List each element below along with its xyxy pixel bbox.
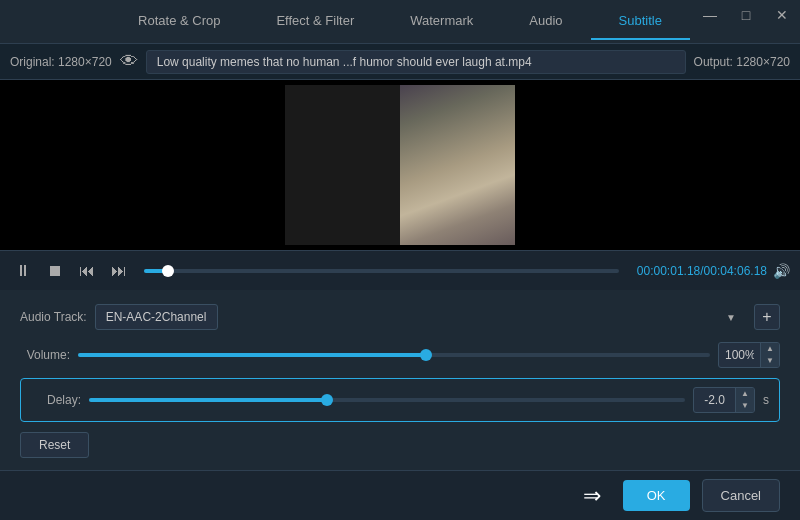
delay-up-button[interactable]: ▲ <box>736 388 754 400</box>
delay-fill <box>89 398 327 402</box>
stop-button[interactable]: ⏹ <box>42 258 68 284</box>
tab-rotate[interactable]: Rotate & Crop <box>110 3 248 40</box>
window-controls: — □ ✕ <box>692 0 800 30</box>
delay-spinner: ▲ ▼ <box>735 388 754 412</box>
time-display: 00:00:01.18/00:04:06.18 <box>637 264 767 278</box>
playback-controls: ⏸ ⏹ ⏮ ⏭ 00:00:01.18/00:04:06.18 🔊 <box>0 250 800 290</box>
volume-value-input[interactable] <box>719 345 760 365</box>
audio-track-select[interactable]: EN-AAC-2Channel <box>95 304 218 330</box>
delay-label: Delay: <box>31 393 81 407</box>
audio-track-select-wrapper: EN-AAC-2Channel <box>95 304 746 330</box>
cancel-button[interactable]: Cancel <box>702 479 780 512</box>
ok-button[interactable]: OK <box>623 480 690 511</box>
original-resolution: Original: 1280×720 <box>10 55 112 69</box>
delay-section: Delay: ▲ ▼ s <box>20 378 780 422</box>
delay-unit-label: s <box>763 393 769 407</box>
close-button[interactable]: ✕ <box>764 0 800 30</box>
video-left-panel <box>285 85 400 245</box>
tab-bar: Rotate & Crop Effect & Filter Watermark … <box>0 0 800 44</box>
volume-label: Volume: <box>20 348 70 362</box>
pause-button[interactable]: ⏸ <box>10 258 36 284</box>
tab-audio[interactable]: Audio <box>501 3 590 40</box>
volume-down-button[interactable]: ▼ <box>761 355 779 367</box>
delay-value-input[interactable] <box>694 390 735 410</box>
audio-track-label: Audio Track: <box>20 310 87 324</box>
video-content <box>400 85 515 245</box>
progress-track[interactable] <box>144 269 619 273</box>
delay-slider[interactable] <box>89 398 685 402</box>
prev-button[interactable]: ⏮ <box>74 258 100 284</box>
tab-subtitle[interactable]: Subtitle <box>591 3 690 40</box>
audio-track-row: Audio Track: EN-AAC-2Channel + <box>20 304 780 330</box>
add-track-button[interactable]: + <box>754 304 780 330</box>
volume-row: Volume: ▲ ▼ <box>20 342 780 368</box>
progress-thumb <box>162 265 174 277</box>
delay-down-button[interactable]: ▼ <box>736 400 754 412</box>
volume-thumb <box>420 349 432 361</box>
video-frame <box>285 85 515 245</box>
delay-thumb <box>321 394 333 406</box>
volume-spinner: ▲ ▼ <box>760 343 779 367</box>
tab-effect[interactable]: Effect & Filter <box>248 3 382 40</box>
reset-button[interactable]: Reset <box>20 432 89 458</box>
right-black-panel <box>515 80 800 250</box>
audio-settings: Audio Track: EN-AAC-2Channel + Volume: ▲… <box>0 290 800 468</box>
output-resolution: Output: 1280×720 <box>694 55 790 69</box>
file-name: Low quality memes that no human ...f hum… <box>146 50 686 74</box>
next-button[interactable]: ⏭ <box>106 258 132 284</box>
tab-watermark[interactable]: Watermark <box>382 3 501 40</box>
bottom-bar: ⇒ OK Cancel <box>0 470 800 520</box>
delay-row: Delay: ▲ ▼ s <box>31 387 769 413</box>
time-current: 00:00:01.18 <box>637 264 700 278</box>
minimize-button[interactable]: — <box>692 0 728 30</box>
maximize-button[interactable]: □ <box>728 0 764 30</box>
volume-up-button[interactable]: ▲ <box>761 343 779 355</box>
time-total: 00:04:06.18 <box>704 264 767 278</box>
volume-fill <box>78 353 426 357</box>
file-bar: Original: 1280×720 👁 Low quality memes t… <box>0 44 800 80</box>
video-right-panel <box>400 85 515 245</box>
video-preview-area <box>0 80 800 250</box>
volume-icon[interactable]: 🔊 <box>773 263 790 279</box>
volume-value-box: ▲ ▼ <box>718 342 780 368</box>
left-black-panel <box>0 80 285 250</box>
delay-value-box: ▲ ▼ <box>693 387 755 413</box>
volume-slider[interactable] <box>78 353 710 357</box>
arrow-icon: ⇒ <box>583 483 601 509</box>
eye-icon[interactable]: 👁 <box>120 51 138 72</box>
